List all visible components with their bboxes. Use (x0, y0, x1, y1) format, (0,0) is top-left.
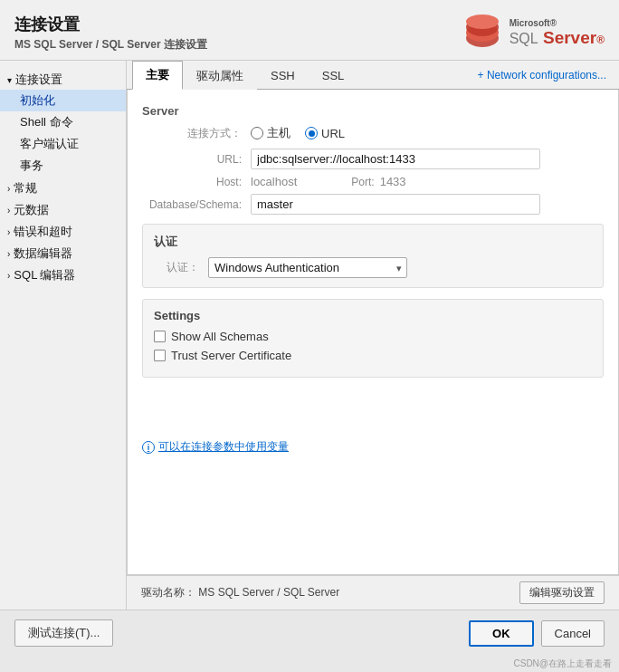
connection-settings-dialog: 连接设置 MS SQL Server / SQL Server 连接设置 Mic… (0, 0, 619, 672)
radio-url-label: URL (321, 127, 345, 140)
svg-point-3 (466, 14, 499, 29)
url-label: URL: (142, 153, 251, 166)
dialog-title-text: 连接设置 (14, 14, 207, 35)
checkbox-show-all-schemas-box (154, 331, 166, 342)
arrow-icon-metadata: › (7, 206, 10, 216)
sidebar-section-connection[interactable]: ▾ 连接设置 (0, 68, 126, 90)
port-label: Port: (351, 176, 374, 188)
variables-link-text: 可以在连接参数中使用变量 (158, 439, 289, 455)
url-input[interactable] (251, 149, 540, 169)
db-row: Database/Schema: (142, 194, 604, 215)
host-label: Host: (142, 176, 251, 188)
url-row: URL: (142, 149, 604, 169)
sidebar-section-errors[interactable]: › 错误和超时 (0, 220, 126, 242)
port-value: 1433 (380, 175, 406, 188)
connection-mode-radio-group: 主机 URL (251, 125, 345, 141)
auth-select-wrapper: Windows Authentication SQL Server Authen… (208, 257, 407, 278)
cancel-button[interactable]: Cancel (541, 620, 605, 647)
radio-url[interactable]: URL (305, 127, 345, 140)
tab-ssl[interactable]: SSL (309, 62, 358, 88)
sidebar-section-metadata[interactable]: › 元数据 (0, 198, 126, 220)
tab-ssh[interactable]: SSH (257, 62, 309, 88)
checkbox-trust-cert[interactable]: Trust Server Certificate (154, 349, 592, 362)
dialog-header: 连接设置 MS SQL Server / SQL Server 连接设置 Mic… (0, 0, 619, 61)
sidebar-section-data-editor[interactable]: › 数据编辑器 (0, 242, 126, 264)
sidebar-item-initialize[interactable]: 初始化 (0, 90, 126, 111)
sidebar-item-client-auth[interactable]: 客户端认证 (0, 133, 126, 155)
arrow-icon-general: › (7, 184, 10, 194)
sidebar-item-shell[interactable]: Shell 命令 (0, 111, 126, 133)
tab-main-content: Server 连接方式： 主机 URL (127, 90, 619, 575)
sidebar-section-general-label: 常规 (14, 180, 37, 197)
sidebar-section-sql-editor[interactable]: › SQL 编辑器 (0, 264, 126, 285)
checkbox-show-all-schemas-label: Show All Schemas (171, 330, 269, 343)
ok-cancel-group: OK Cancel (469, 620, 605, 647)
sidebar-section-connection-label: 连接设置 (15, 72, 62, 88)
variables-link[interactable]: i 可以在连接参数中使用变量 (142, 439, 289, 455)
radio-host[interactable]: 主机 (251, 125, 290, 141)
radio-host-label: 主机 (267, 125, 290, 141)
arrow-icon-sql-editor: › (7, 271, 10, 281)
info-icon: i (142, 441, 155, 454)
microsoft-label: Microsoft® (509, 18, 557, 28)
ok-button[interactable]: OK (469, 620, 534, 647)
sql-logo-text: Microsoft® SQL Server® (509, 18, 605, 48)
driver-name: MS SQL Server / SQL Server (198, 586, 339, 599)
radio-url-circle (305, 127, 318, 139)
sidebar-section-metadata-label: 元数据 (14, 202, 49, 218)
footer-bar: 驱动名称： MS SQL Server / SQL Server 编辑驱动设置 (127, 575, 619, 610)
settings-title: Settings (154, 309, 592, 322)
tab-main[interactable]: 主要 (132, 61, 183, 90)
auth-section: 认证 认证： Windows Authentication SQL Server… (142, 224, 604, 288)
sidebar-section-sql-editor-label: SQL 编辑器 (14, 267, 75, 283)
auth-row: 认证： Windows Authentication SQL Server Au… (154, 257, 592, 278)
arrow-icon-errors: › (7, 227, 10, 237)
driver-info: 驱动名称： MS SQL Server / SQL Server (141, 585, 339, 600)
sidebar-section-data-editor-label: 数据编辑器 (14, 245, 72, 262)
server-section-label: Server (142, 104, 604, 118)
sql-server-label: SQL Server® (509, 28, 605, 48)
sql-server-logo-icon (461, 11, 504, 54)
dialog-body: ▾ 连接设置 初始化 Shell 命令 客户端认证 事务 › 常规 › 元数据 … (0, 61, 619, 610)
auth-section-title: 认证 (154, 234, 592, 250)
host-port-row: Host: localhost Port: 1433 (142, 175, 604, 188)
checkbox-trust-cert-label: Trust Server Certificate (171, 349, 291, 362)
connection-mode-label: 连接方式： (142, 126, 251, 141)
sidebar: ▾ 连接设置 初始化 Shell 命令 客户端认证 事务 › 常规 › 元数据 … (0, 61, 127, 610)
sidebar-section-general[interactable]: › 常规 (0, 177, 126, 198)
auth-select[interactable]: Windows Authentication SQL Server Authen… (208, 257, 407, 278)
tab-driver-props[interactable]: 驱动属性 (183, 62, 257, 90)
db-label: Database/Schema: (142, 198, 251, 211)
bottom-buttons: 测试连接(T)... OK Cancel (0, 610, 619, 656)
sidebar-item-transaction[interactable]: 事务 (0, 155, 126, 177)
settings-section: Settings Show All Schemas Trust Server C… (142, 299, 604, 378)
tabs-bar: 主要 驱动属性 SSH SSL + Network configurations… (127, 61, 619, 90)
radio-host-circle (251, 127, 263, 139)
edit-driver-button[interactable]: 编辑驱动设置 (519, 581, 605, 604)
auth-label: 认证： (154, 260, 208, 275)
checkbox-trust-cert-box (154, 350, 166, 361)
host-value: localhost (251, 175, 297, 188)
sql-server-logo: Microsoft® SQL Server® (461, 11, 605, 54)
network-configurations-button[interactable]: + Network configurations... (471, 65, 614, 85)
arrow-icon: ▾ (7, 75, 12, 85)
connection-mode-row: 连接方式： 主机 URL (142, 125, 604, 141)
driver-label: 驱动名称： (141, 586, 195, 599)
arrow-icon-data-editor: › (7, 249, 10, 259)
sidebar-section-errors-label: 错误和超时 (14, 224, 72, 240)
watermark: CSDN@在路上走看走看 (0, 656, 619, 672)
test-connect-button[interactable]: 测试连接(T)... (14, 619, 113, 647)
db-input[interactable] (251, 194, 540, 215)
checkbox-show-all-schemas[interactable]: Show All Schemas (154, 330, 592, 343)
main-content: 主要 驱动属性 SSH SSL + Network configurations… (127, 61, 619, 610)
dialog-subtitle: MS SQL Server / SQL Server 连接设置 (14, 37, 207, 53)
